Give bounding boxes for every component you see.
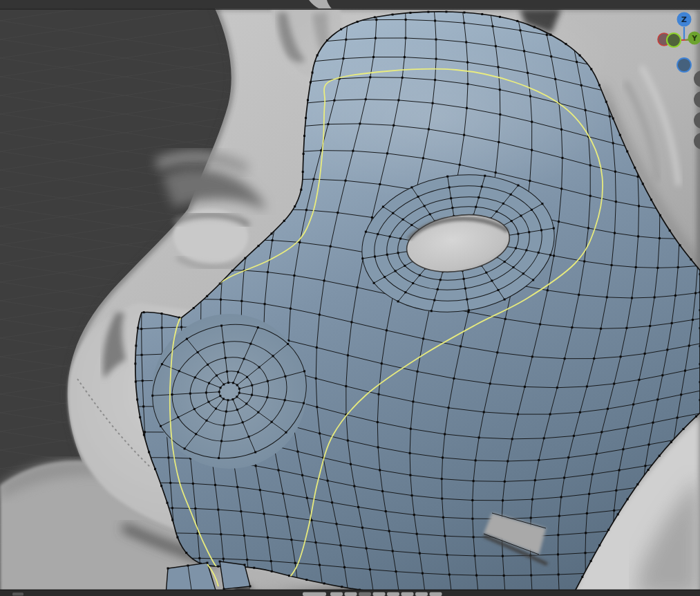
editor-seam xyxy=(0,9,700,10)
editor-above-sliver xyxy=(0,0,700,10)
axis-z-label: Z xyxy=(681,15,687,24)
viewport-canvas[interactable]: Z Y xyxy=(0,0,700,596)
statusbar-border xyxy=(0,590,700,591)
axis-y-negative-ball[interactable] xyxy=(667,33,681,47)
blender-3d-viewport[interactable]: Z Y xyxy=(0,0,700,596)
topbar xyxy=(0,0,700,9)
axis-y-label: Y xyxy=(691,35,697,42)
editor-below-sliver xyxy=(0,590,700,596)
axis-z-negative-ball[interactable] xyxy=(677,58,691,72)
